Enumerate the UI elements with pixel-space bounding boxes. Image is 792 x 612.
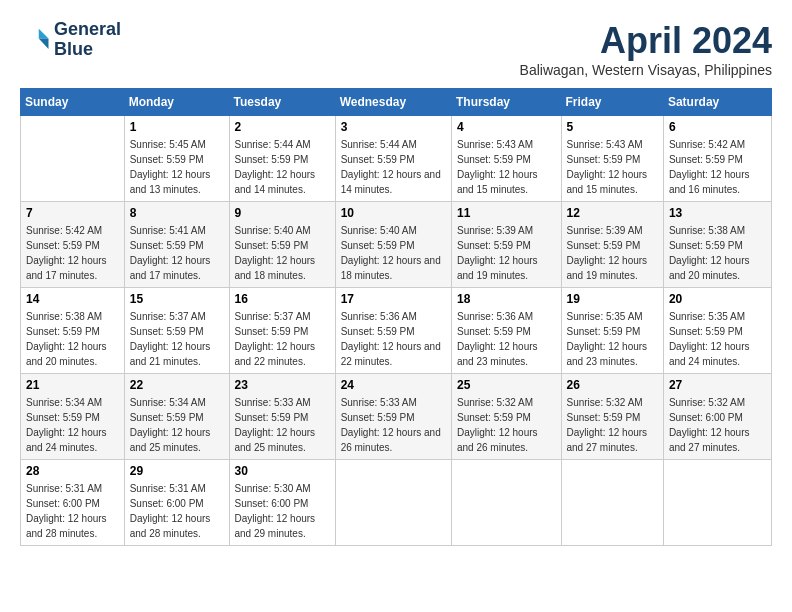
day-info: Sunrise: 5:39 AMSunset: 5:59 PMDaylight:… <box>567 223 658 283</box>
calendar-cell: 22Sunrise: 5:34 AMSunset: 5:59 PMDayligh… <box>124 374 229 460</box>
calendar-cell: 19Sunrise: 5:35 AMSunset: 5:59 PMDayligh… <box>561 288 663 374</box>
day-number: 20 <box>669 292 766 306</box>
calendar-header-row: SundayMondayTuesdayWednesdayThursdayFrid… <box>21 89 772 116</box>
calendar-cell: 11Sunrise: 5:39 AMSunset: 5:59 PMDayligh… <box>451 202 561 288</box>
calendar-cell <box>335 460 451 546</box>
calendar-table: SundayMondayTuesdayWednesdayThursdayFrid… <box>20 88 772 546</box>
day-number: 24 <box>341 378 446 392</box>
header-saturday: Saturday <box>663 89 771 116</box>
day-number: 6 <box>669 120 766 134</box>
week-row-4: 21Sunrise: 5:34 AMSunset: 5:59 PMDayligh… <box>21 374 772 460</box>
calendar-cell: 30Sunrise: 5:30 AMSunset: 6:00 PMDayligh… <box>229 460 335 546</box>
day-info: Sunrise: 5:30 AMSunset: 6:00 PMDaylight:… <box>235 481 330 541</box>
calendar-cell: 10Sunrise: 5:40 AMSunset: 5:59 PMDayligh… <box>335 202 451 288</box>
calendar-cell: 20Sunrise: 5:35 AMSunset: 5:59 PMDayligh… <box>663 288 771 374</box>
day-number: 7 <box>26 206 119 220</box>
day-number: 23 <box>235 378 330 392</box>
calendar-cell: 6Sunrise: 5:42 AMSunset: 5:59 PMDaylight… <box>663 116 771 202</box>
day-info: Sunrise: 5:32 AMSunset: 6:00 PMDaylight:… <box>669 395 766 455</box>
logo-text: General Blue <box>54 20 121 60</box>
header-friday: Friday <box>561 89 663 116</box>
calendar-cell <box>451 460 561 546</box>
day-number: 28 <box>26 464 119 478</box>
calendar-cell: 8Sunrise: 5:41 AMSunset: 5:59 PMDaylight… <box>124 202 229 288</box>
week-row-5: 28Sunrise: 5:31 AMSunset: 6:00 PMDayligh… <box>21 460 772 546</box>
day-info: Sunrise: 5:44 AMSunset: 5:59 PMDaylight:… <box>235 137 330 197</box>
calendar-cell: 21Sunrise: 5:34 AMSunset: 5:59 PMDayligh… <box>21 374 125 460</box>
day-info: Sunrise: 5:38 AMSunset: 5:59 PMDaylight:… <box>669 223 766 283</box>
month-title: April 2024 <box>520 20 772 62</box>
week-row-2: 7Sunrise: 5:42 AMSunset: 5:59 PMDaylight… <box>21 202 772 288</box>
calendar-cell: 15Sunrise: 5:37 AMSunset: 5:59 PMDayligh… <box>124 288 229 374</box>
calendar-cell: 17Sunrise: 5:36 AMSunset: 5:59 PMDayligh… <box>335 288 451 374</box>
day-number: 11 <box>457 206 556 220</box>
calendar-cell: 13Sunrise: 5:38 AMSunset: 5:59 PMDayligh… <box>663 202 771 288</box>
day-info: Sunrise: 5:33 AMSunset: 5:59 PMDaylight:… <box>341 395 446 455</box>
day-info: Sunrise: 5:31 AMSunset: 6:00 PMDaylight:… <box>26 481 119 541</box>
day-info: Sunrise: 5:34 AMSunset: 5:59 PMDaylight:… <box>130 395 224 455</box>
day-number: 29 <box>130 464 224 478</box>
day-number: 3 <box>341 120 446 134</box>
day-number: 26 <box>567 378 658 392</box>
day-number: 22 <box>130 378 224 392</box>
day-number: 19 <box>567 292 658 306</box>
day-number: 21 <box>26 378 119 392</box>
day-info: Sunrise: 5:35 AMSunset: 5:59 PMDaylight:… <box>669 309 766 369</box>
day-number: 17 <box>341 292 446 306</box>
calendar-cell: 28Sunrise: 5:31 AMSunset: 6:00 PMDayligh… <box>21 460 125 546</box>
day-number: 10 <box>341 206 446 220</box>
logo-icon <box>20 25 50 55</box>
title-block: April 2024 Baliwagan, Western Visayas, P… <box>520 20 772 78</box>
day-info: Sunrise: 5:37 AMSunset: 5:59 PMDaylight:… <box>130 309 224 369</box>
calendar-cell: 24Sunrise: 5:33 AMSunset: 5:59 PMDayligh… <box>335 374 451 460</box>
day-info: Sunrise: 5:36 AMSunset: 5:59 PMDaylight:… <box>457 309 556 369</box>
calendar-cell: 14Sunrise: 5:38 AMSunset: 5:59 PMDayligh… <box>21 288 125 374</box>
calendar-cell: 3Sunrise: 5:44 AMSunset: 5:59 PMDaylight… <box>335 116 451 202</box>
week-row-3: 14Sunrise: 5:38 AMSunset: 5:59 PMDayligh… <box>21 288 772 374</box>
day-info: Sunrise: 5:45 AMSunset: 5:59 PMDaylight:… <box>130 137 224 197</box>
calendar-cell: 12Sunrise: 5:39 AMSunset: 5:59 PMDayligh… <box>561 202 663 288</box>
day-number: 8 <box>130 206 224 220</box>
day-info: Sunrise: 5:36 AMSunset: 5:59 PMDaylight:… <box>341 309 446 369</box>
day-info: Sunrise: 5:42 AMSunset: 5:59 PMDaylight:… <box>669 137 766 197</box>
header-monday: Monday <box>124 89 229 116</box>
day-number: 4 <box>457 120 556 134</box>
calendar-cell: 25Sunrise: 5:32 AMSunset: 5:59 PMDayligh… <box>451 374 561 460</box>
calendar-cell: 1Sunrise: 5:45 AMSunset: 5:59 PMDaylight… <box>124 116 229 202</box>
day-number: 9 <box>235 206 330 220</box>
calendar-cell: 18Sunrise: 5:36 AMSunset: 5:59 PMDayligh… <box>451 288 561 374</box>
calendar-cell <box>561 460 663 546</box>
day-info: Sunrise: 5:44 AMSunset: 5:59 PMDaylight:… <box>341 137 446 197</box>
day-info: Sunrise: 5:43 AMSunset: 5:59 PMDaylight:… <box>567 137 658 197</box>
day-number: 13 <box>669 206 766 220</box>
calendar-cell: 16Sunrise: 5:37 AMSunset: 5:59 PMDayligh… <box>229 288 335 374</box>
day-number: 5 <box>567 120 658 134</box>
calendar-cell: 2Sunrise: 5:44 AMSunset: 5:59 PMDaylight… <box>229 116 335 202</box>
day-info: Sunrise: 5:40 AMSunset: 5:59 PMDaylight:… <box>235 223 330 283</box>
header-tuesday: Tuesday <box>229 89 335 116</box>
calendar-cell: 23Sunrise: 5:33 AMSunset: 5:59 PMDayligh… <box>229 374 335 460</box>
location-title: Baliwagan, Western Visayas, Philippines <box>520 62 772 78</box>
day-info: Sunrise: 5:32 AMSunset: 5:59 PMDaylight:… <box>457 395 556 455</box>
week-row-1: 1Sunrise: 5:45 AMSunset: 5:59 PMDaylight… <box>21 116 772 202</box>
day-number: 14 <box>26 292 119 306</box>
day-info: Sunrise: 5:34 AMSunset: 5:59 PMDaylight:… <box>26 395 119 455</box>
day-info: Sunrise: 5:42 AMSunset: 5:59 PMDaylight:… <box>26 223 119 283</box>
day-info: Sunrise: 5:32 AMSunset: 5:59 PMDaylight:… <box>567 395 658 455</box>
day-number: 18 <box>457 292 556 306</box>
calendar-cell: 29Sunrise: 5:31 AMSunset: 6:00 PMDayligh… <box>124 460 229 546</box>
day-number: 25 <box>457 378 556 392</box>
calendar-cell: 27Sunrise: 5:32 AMSunset: 6:00 PMDayligh… <box>663 374 771 460</box>
day-info: Sunrise: 5:40 AMSunset: 5:59 PMDaylight:… <box>341 223 446 283</box>
day-info: Sunrise: 5:41 AMSunset: 5:59 PMDaylight:… <box>130 223 224 283</box>
svg-marker-1 <box>39 38 49 49</box>
day-number: 27 <box>669 378 766 392</box>
calendar-cell: 4Sunrise: 5:43 AMSunset: 5:59 PMDaylight… <box>451 116 561 202</box>
svg-marker-0 <box>39 29 49 39</box>
day-number: 2 <box>235 120 330 134</box>
day-info: Sunrise: 5:37 AMSunset: 5:59 PMDaylight:… <box>235 309 330 369</box>
day-number: 12 <box>567 206 658 220</box>
day-info: Sunrise: 5:39 AMSunset: 5:59 PMDaylight:… <box>457 223 556 283</box>
page-header: General Blue April 2024 Baliwagan, Weste… <box>20 20 772 78</box>
day-number: 1 <box>130 120 224 134</box>
